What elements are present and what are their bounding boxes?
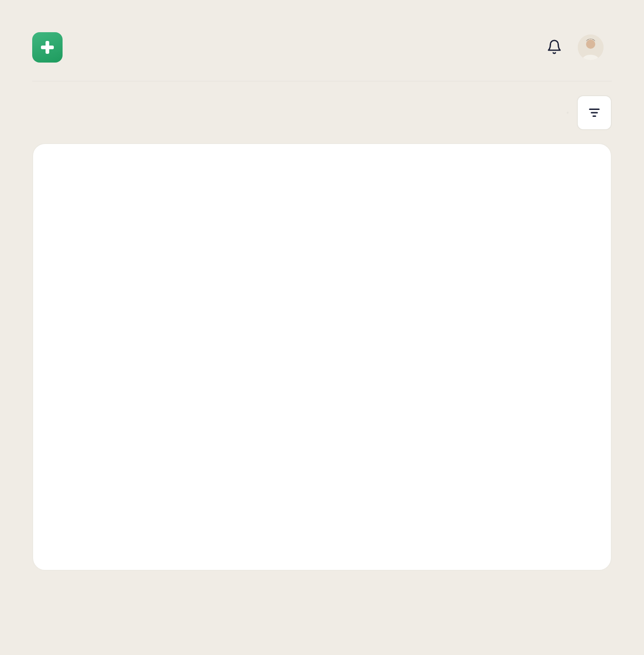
filter-icon: [587, 106, 601, 120]
chart-card: [32, 143, 612, 571]
header-right: [544, 34, 612, 60]
legend-item-sales: [571, 172, 583, 178]
chart-plot: [61, 187, 583, 518]
notifications-button[interactable]: [544, 36, 565, 59]
toolbar: [32, 95, 612, 130]
legend-item-reach: [541, 172, 553, 178]
date-range-segmented: [567, 112, 569, 114]
profile-menu[interactable]: [578, 34, 612, 60]
bell-icon: [546, 39, 562, 55]
chart-legend: [61, 172, 583, 178]
header: [32, 32, 612, 81]
legend-dot-reach: [541, 172, 547, 178]
plus-icon: [38, 38, 57, 57]
legend-dot-sales: [571, 172, 578, 178]
app-logo: [32, 32, 63, 63]
svg-point-3: [586, 40, 595, 49]
filter-button[interactable]: [577, 95, 612, 130]
avatar: [578, 34, 604, 60]
svg-rect-1: [41, 46, 54, 49]
